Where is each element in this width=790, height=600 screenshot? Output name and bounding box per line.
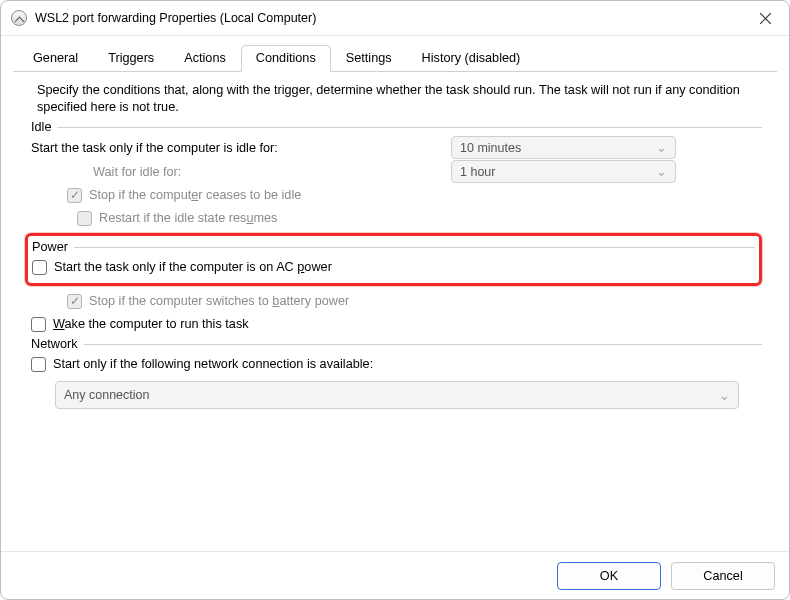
checkbox-ac-power[interactable]: [32, 260, 47, 275]
tab-conditions[interactable]: Conditions: [241, 45, 331, 72]
tab-actions[interactable]: Actions: [169, 45, 241, 72]
group-power-label: Power: [32, 240, 68, 254]
dialog-body: General Triggers Actions Conditions Sett…: [1, 36, 789, 551]
close-icon: [760, 13, 771, 24]
cancel-button-label: Cancel: [703, 569, 743, 583]
label-restart-if-idle: Restart if the idle state resumes: [99, 211, 277, 225]
label-battery: Stop if the computer switches to battery…: [89, 294, 349, 308]
row-start-if-idle: Start the task only if the computer is i…: [31, 136, 762, 159]
label-wake: Wake the computer to run this task: [53, 317, 249, 331]
combo-wait-duration[interactable]: 1 hour ⌄: [451, 160, 676, 183]
conditions-pane: Specify the conditions that, along with …: [13, 72, 777, 541]
close-button[interactable]: [755, 8, 775, 28]
highlight-power: Power Start the task only if the compute…: [25, 233, 762, 286]
combo-network-connection[interactable]: Any connection ⌄: [55, 381, 739, 409]
combo-idle-duration[interactable]: 10 minutes ⌄: [451, 136, 676, 159]
task-clock-icon: [11, 10, 27, 26]
row-network-available: Start only if the following network conn…: [31, 353, 762, 375]
ok-button[interactable]: OK: [557, 562, 661, 590]
label-ac-power: Start the task only if the computer is o…: [54, 260, 332, 274]
ok-button-label: OK: [600, 569, 618, 583]
label-stop-if-cease-idle: Stop if the computer ceases to be idle: [89, 188, 301, 202]
tab-triggers[interactable]: Triggers: [93, 45, 169, 72]
combo-idle-duration-value: 10 minutes: [460, 141, 521, 155]
titlebar: WSL2 port forwarding Properties (Local C…: [1, 1, 789, 36]
separator: [74, 247, 755, 248]
checkbox-battery: [67, 294, 82, 309]
checkbox-network-available[interactable]: [31, 357, 46, 372]
group-idle: Idle: [31, 120, 762, 134]
tab-history[interactable]: History (disabled): [407, 45, 536, 72]
row-wake: Wake the computer to run this task: [31, 313, 762, 335]
separator: [84, 344, 762, 345]
tab-general[interactable]: General: [18, 45, 93, 72]
dialog-window: WSL2 port forwarding Properties (Local C…: [0, 0, 790, 600]
row-wait-for-idle: Wait for idle for: 1 hour ⌄: [37, 160, 762, 183]
label-wait-for-idle: Wait for idle for:: [93, 165, 451, 179]
row-ac-power: Start the task only if the computer is o…: [32, 256, 755, 278]
row-stop-if-cease-idle: Stop if the computer ceases to be idle: [67, 184, 762, 206]
checkbox-stop-if-cease-idle: [67, 188, 82, 203]
group-power: Power: [32, 240, 755, 254]
tabstrip: General Triggers Actions Conditions Sett…: [13, 44, 777, 72]
cancel-button[interactable]: Cancel: [671, 562, 775, 590]
group-idle-label: Idle: [31, 120, 51, 134]
tab-settings[interactable]: Settings: [331, 45, 407, 72]
dialog-footer: OK Cancel: [1, 551, 789, 599]
label-start-if-idle: Start the task only if the computer is i…: [31, 141, 278, 155]
combo-wait-duration-value: 1 hour: [460, 165, 495, 179]
row-battery: Stop if the computer switches to battery…: [67, 290, 762, 312]
chevron-down-icon: ⌄: [719, 388, 730, 403]
group-network: Network: [31, 337, 762, 351]
row-restart-if-idle: Restart if the idle state resumes: [77, 207, 762, 229]
combo-network-connection-value: Any connection: [64, 388, 149, 402]
label-network-available: Start only if the following network conn…: [53, 357, 373, 371]
chevron-down-icon: ⌄: [656, 140, 667, 155]
conditions-description: Specify the conditions that, along with …: [37, 82, 762, 116]
checkbox-restart-if-idle: [77, 211, 92, 226]
window-title: WSL2 port forwarding Properties (Local C…: [35, 11, 755, 25]
group-network-label: Network: [31, 337, 78, 351]
chevron-down-icon: ⌄: [656, 164, 667, 179]
separator: [57, 127, 762, 128]
checkbox-wake[interactable]: [31, 317, 46, 332]
